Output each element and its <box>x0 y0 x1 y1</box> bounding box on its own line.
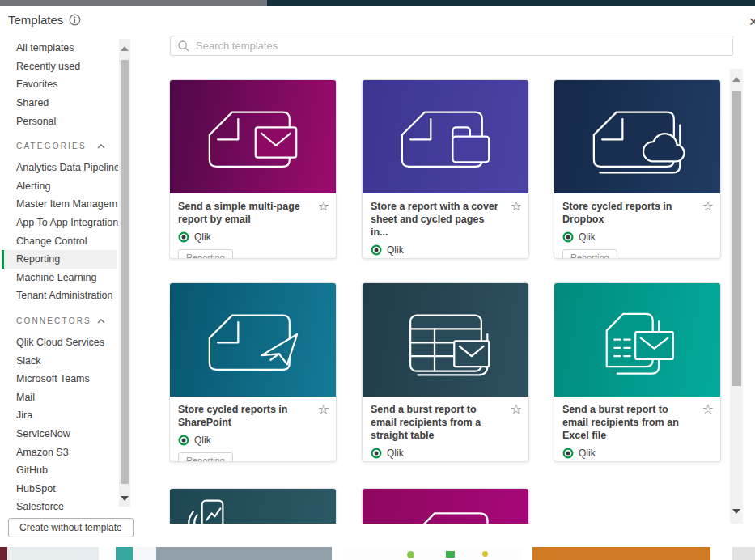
sidebar-item-alerting[interactable]: Alerting <box>0 177 118 196</box>
card-info: Store a report with a cover sheet and cy… <box>363 193 528 259</box>
scroll-up-arrow-icon[interactable] <box>732 77 740 82</box>
favorite-star-icon[interactable]: ☆ <box>702 403 714 416</box>
backdrop-segment <box>0 547 7 560</box>
card-info: Send a burst report to email recipients … <box>363 397 528 462</box>
sidebar-item-change-control[interactable]: Change Control <box>0 231 118 250</box>
backdrop-segment <box>99 547 116 560</box>
sidebar-item-machine-learning[interactable]: Machine Learning <box>0 269 118 287</box>
document-folder-icon <box>389 96 503 177</box>
sidebar-item-all-templates[interactable]: All templates <box>0 39 118 57</box>
documents-envelope-icon <box>581 299 694 380</box>
sidebar-item-personal[interactable]: Personal <box>0 112 118 130</box>
sidebar-item-app-to-app-integration[interactable]: App To App Integration <box>0 214 118 232</box>
sidebar-item-tenant-administration[interactable]: Tenant Administration <box>0 286 118 305</box>
scroll-down-arrow-icon[interactable] <box>732 509 740 514</box>
card-provider-label: Qlik <box>579 448 596 459</box>
backdrop-segment <box>7 547 99 560</box>
cards-scrollbar-thumb[interactable] <box>732 91 741 386</box>
qlik-logo-icon <box>178 435 189 446</box>
card-title: Store a report with a cover sheet and cy… <box>371 200 502 239</box>
sidebar-section-connectors-label: CONNECTORS <box>16 316 91 325</box>
sidebar-item-microsoft-teams[interactable]: Microsoft Teams <box>0 370 118 388</box>
card-title: Store cycled reports in Dropbox <box>562 200 693 226</box>
backdrop-segment <box>116 547 133 560</box>
document-envelope-icon <box>197 96 310 177</box>
close-icon[interactable]: ✕ <box>746 15 755 29</box>
card-illustration <box>363 283 528 397</box>
template-card-sharepoint[interactable]: Store cycled reports in SharePoint ☆ Qli… <box>169 282 337 462</box>
sidebar-item-qlik-cloud-services[interactable]: Qlik Cloud Services <box>0 333 118 352</box>
cards-scrollbar[interactable] <box>730 69 743 524</box>
sidebar-item-shared[interactable]: Shared <box>0 94 118 112</box>
backdrop-segment <box>133 547 156 560</box>
search-bar <box>170 36 733 56</box>
background-page-top-strip <box>0 0 755 6</box>
sidebar-item-reporting[interactable]: Reporting <box>2 250 117 269</box>
sidebar-scrollbar-thumb[interactable] <box>121 60 129 484</box>
card-illustration <box>554 283 720 397</box>
sidebar-item-analytics-data-pipelines[interactable]: Analytics Data Pipelines <box>0 159 118 177</box>
backdrop-segment <box>732 547 755 560</box>
backdrop-segment <box>0 0 267 6</box>
sidebar-item-favorites[interactable]: Favorites <box>0 75 118 94</box>
page-title: Templates <box>8 13 63 27</box>
template-card-burst-excel[interactable]: Send a burst report to email recipients … <box>554 282 721 462</box>
info-icon[interactable] <box>69 14 81 26</box>
chevron-up-icon <box>97 319 105 324</box>
templates-modal: Templates ✕ All templates Recently used … <box>0 6 755 547</box>
card-illustration <box>363 80 528 193</box>
sidebar-section-categories-label: CATEGORIES <box>16 142 87 151</box>
modal-header: Templates <box>8 13 81 27</box>
card-title: Send a simple multi-page report by email <box>178 200 309 226</box>
search-icon <box>177 40 190 53</box>
favorite-star-icon[interactable]: ☆ <box>511 403 522 416</box>
favorite-star-icon[interactable]: ☆ <box>318 403 329 416</box>
sidebar-section-categories[interactable]: CATEGORIES <box>0 134 118 159</box>
templates-grid: Send a simple multi-page report by email… <box>169 69 726 524</box>
backdrop-segment <box>267 0 755 6</box>
scroll-down-arrow-icon[interactable] <box>121 496 129 501</box>
card-illustration <box>170 80 336 193</box>
favorite-star-icon[interactable]: ☆ <box>702 200 714 213</box>
sidebar-item-master-item-management[interactable]: Master Item Managem... <box>0 195 118 214</box>
favorite-star-icon[interactable]: ☆ <box>318 200 329 213</box>
backdrop-segment <box>523 547 532 560</box>
sidebar-item-hubspot[interactable]: HubSpot <box>0 479 118 498</box>
backdrop-segment <box>332 547 342 560</box>
card-provider-label: Qlik <box>579 231 596 243</box>
card-provider: Qlik <box>178 435 328 446</box>
template-card-dropbox[interactable]: Store cycled reports in Dropbox ☆ Qlik R… <box>554 79 721 259</box>
sidebar-item-slack[interactable]: Slack <box>0 351 118 370</box>
sidebar-item-github[interactable]: GitHub <box>0 461 118 480</box>
sidebar-item-recently-used[interactable]: Recently used <box>0 57 118 76</box>
sidebar-item-amazon-s3[interactable]: Amazon S3 <box>0 443 118 461</box>
card-provider-label: Qlik <box>387 244 404 256</box>
sidebar-item-mail[interactable]: Mail <box>0 388 118 407</box>
scroll-up-arrow-icon[interactable] <box>121 46 129 51</box>
template-card-partial-2[interactable] <box>362 488 529 524</box>
template-card-multipage-email[interactable]: Send a simple multi-page report by email… <box>169 79 337 259</box>
template-card-partial-1[interactable] <box>169 488 337 524</box>
sidebar-item-salesforce[interactable]: Salesforce <box>0 498 118 513</box>
card-provider-label: Qlik <box>194 231 211 243</box>
card-provider: Qlik <box>178 231 328 243</box>
backdrop-segment <box>156 547 332 560</box>
backdrop-segment <box>342 547 523 560</box>
sidebar-item-servicenow[interactable]: ServiceNow <box>0 425 118 443</box>
template-card-burst-straight-table[interactable]: Send a burst report to email recipients … <box>362 282 529 462</box>
sidebar-item-jira[interactable]: Jira <box>0 406 118 425</box>
chevron-up-icon <box>97 144 105 149</box>
favorite-star-icon[interactable]: ☆ <box>511 200 522 213</box>
template-card-cover-sheet-cycled[interactable]: Store a report with a cover sheet and cy… <box>362 79 529 259</box>
card-provider: Qlik <box>562 231 712 243</box>
search-input[interactable] <box>196 40 726 52</box>
card-provider-label: Qlik <box>194 435 211 446</box>
sidebar-scrollbar[interactable] <box>119 39 130 507</box>
qlik-logo-icon <box>562 448 574 459</box>
background-page-bottom-strip <box>0 547 755 560</box>
card-tag-reporting: Reporting <box>562 249 617 259</box>
create-without-template-button[interactable]: Create without template <box>8 518 134 537</box>
sidebar-section-connectors[interactable]: CONNECTORS <box>0 309 118 333</box>
card-title: Send a burst report to email recipients … <box>371 403 502 442</box>
card-illustration <box>170 489 336 524</box>
